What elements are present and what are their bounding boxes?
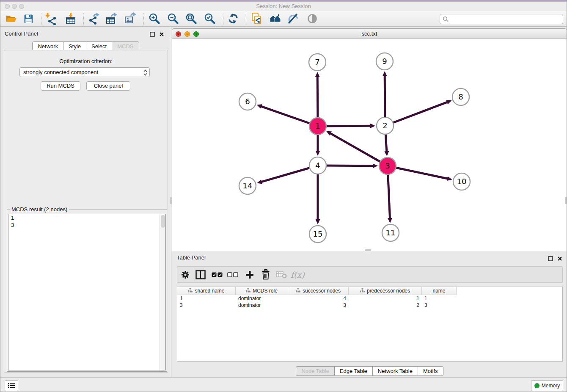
- splitter-grip-left[interactable]: [170, 197, 172, 204]
- column-header-label: shared name: [195, 288, 224, 294]
- apply-layout-home-icon[interactable]: [268, 12, 283, 25]
- graph-edge-3-10[interactable]: [388, 166, 448, 179]
- column-header-name[interactable]: name: [422, 287, 457, 295]
- column-header-predecessor-nodes[interactable]: predecessor nodes: [349, 287, 422, 295]
- mcds-result-list[interactable]: 13: [8, 214, 166, 370]
- refresh-network-icon[interactable]: [226, 12, 240, 25]
- export-table-icon[interactable]: [105, 12, 119, 25]
- graph-node-2[interactable]: 2: [377, 117, 394, 134]
- search-box[interactable]: [440, 14, 563, 24]
- zoom-out-icon[interactable]: [165, 12, 180, 25]
- mcds-result-item[interactable]: 1: [8, 214, 165, 221]
- memory-status-dot: [534, 383, 539, 388]
- graph-edge-3-1[interactable]: [330, 133, 388, 166]
- table-panel-tabs: Node TableEdge TableNetwork TableMotifs: [172, 366, 567, 376]
- zoom-selected-icon[interactable]: [202, 12, 217, 25]
- graph-node-1[interactable]: 1: [309, 118, 326, 135]
- select-stepper-icon: [143, 69, 147, 77]
- delete-columns-icon[interactable]: [261, 267, 270, 282]
- run-mcds-button[interactable]: Run MCDS: [41, 81, 80, 91]
- toolbar-separator: [246, 13, 246, 25]
- float-panel-icon[interactable]: [150, 31, 155, 36]
- table-cell: 1: [422, 295, 457, 302]
- splitter-grip-bottom[interactable]: [365, 249, 371, 251]
- duplicate-network-icon[interactable]: [249, 12, 264, 25]
- svg-text:10: 10: [457, 177, 467, 186]
- zoom-in-icon[interactable]: [147, 12, 161, 25]
- scrollbar-thumb[interactable]: [161, 215, 165, 228]
- graph-node-4[interactable]: 4: [309, 157, 326, 174]
- svg-text:8: 8: [458, 92, 463, 101]
- graph-node-7[interactable]: 7: [309, 54, 326, 71]
- float-table-panel-icon[interactable]: [548, 255, 553, 260]
- memory-button[interactable]: Memory: [531, 380, 563, 391]
- network-window-titlebar[interactable]: scc.txt: [172, 28, 567, 39]
- export-network-icon[interactable]: [87, 12, 101, 25]
- close-table-panel-icon[interactable]: [557, 255, 562, 260]
- export-image-icon[interactable]: [123, 12, 138, 25]
- table-cell: dominator: [236, 295, 288, 302]
- show-columns-icon[interactable]: [195, 267, 206, 282]
- table-settings-icon[interactable]: [181, 267, 190, 282]
- graph-node-3[interactable]: 3: [379, 157, 396, 174]
- mcds-result-title: MCDS result (2 nodes): [10, 206, 69, 213]
- splitter-grip-right[interactable]: [565, 197, 567, 204]
- task-history-button[interactable]: [5, 380, 18, 391]
- show-hide-eye-icon: [305, 12, 319, 25]
- graph-node-15[interactable]: 15: [309, 226, 326, 243]
- column-header-mcds-role[interactable]: MCDS role: [236, 287, 288, 295]
- table-cell: dominator: [236, 302, 288, 309]
- function-builder-icon: f(x): [291, 267, 305, 282]
- toolbar-separator: [223, 13, 223, 25]
- open-folder-icon[interactable]: [4, 12, 18, 25]
- table-cell: 2: [349, 302, 422, 309]
- column-header-label: name: [432, 288, 445, 294]
- vizmapper-icon[interactable]: [286, 12, 300, 25]
- network-graph: 1234678910111415: [172, 39, 567, 250]
- graph-node-8[interactable]: 8: [452, 88, 469, 105]
- save-session-icon[interactable]: [21, 12, 36, 25]
- table-row[interactable]: 3dominator323: [177, 302, 562, 309]
- column-header-successor-nodes[interactable]: successor nodes: [288, 287, 349, 295]
- table-tab-edge-table[interactable]: Edge Table: [335, 366, 373, 376]
- svg-text:6: 6: [245, 97, 250, 106]
- graph-node-6[interactable]: 6: [239, 93, 256, 110]
- memory-label: Memory: [542, 383, 560, 389]
- unselect-all-columns-icon[interactable]: [227, 267, 238, 282]
- close-panel-button[interactable]: Close panel: [86, 81, 130, 91]
- control-panel: Control Panel NetworkStyleSelectMCDS Opt…: [0, 27, 171, 377]
- graph-node-9[interactable]: 9: [376, 53, 393, 70]
- mcds-result-group: MCDS result (2 nodes) 13: [7, 210, 167, 372]
- node-table-body: 1dominator4113dominator323: [177, 295, 562, 309]
- zoom-fit-icon[interactable]: [184, 12, 198, 25]
- search-input[interactable]: [449, 15, 563, 23]
- optimization-select[interactable]: strongly connected component: [19, 67, 150, 77]
- table-tab-network-table[interactable]: Network Table: [373, 366, 418, 376]
- optimization-criterion-label: Optimization criterion:: [4, 58, 168, 64]
- table-cell: 1: [177, 295, 236, 302]
- close-panel-icon[interactable]: [159, 31, 164, 36]
- import-network-icon[interactable]: [44, 12, 58, 25]
- scrollbar[interactable]: [160, 214, 165, 370]
- table-row[interactable]: 1dominator411: [177, 295, 562, 302]
- mcds-result-item[interactable]: 3: [8, 221, 165, 229]
- optimization-select-value: strongly connected component: [23, 69, 98, 75]
- column-header-shared-name[interactable]: shared name: [177, 287, 236, 295]
- graph-edge-1-6[interactable]: [261, 106, 318, 126]
- column-type-icon: [246, 288, 250, 294]
- table-tab-node-table[interactable]: Node Table: [296, 366, 335, 376]
- add-column-icon[interactable]: [245, 267, 254, 282]
- table-cell: 3: [288, 302, 349, 309]
- graph-node-11[interactable]: 11: [382, 224, 399, 241]
- list-icon: [8, 383, 15, 389]
- import-table-icon[interactable]: [63, 12, 78, 25]
- table-tab-motifs[interactable]: Motifs: [418, 366, 443, 376]
- window-title: Session: New Session: [0, 3, 567, 9]
- table-cell: 3: [422, 302, 457, 309]
- graph-node-14[interactable]: 14: [239, 177, 256, 194]
- graph-node-10[interactable]: 10: [453, 173, 470, 190]
- network-canvas[interactable]: 1234678910111415: [172, 39, 567, 251]
- select-all-columns-icon[interactable]: [212, 267, 223, 282]
- graph-edge-2-8[interactable]: [385, 102, 447, 126]
- column-header-label: MCDS role: [253, 288, 278, 294]
